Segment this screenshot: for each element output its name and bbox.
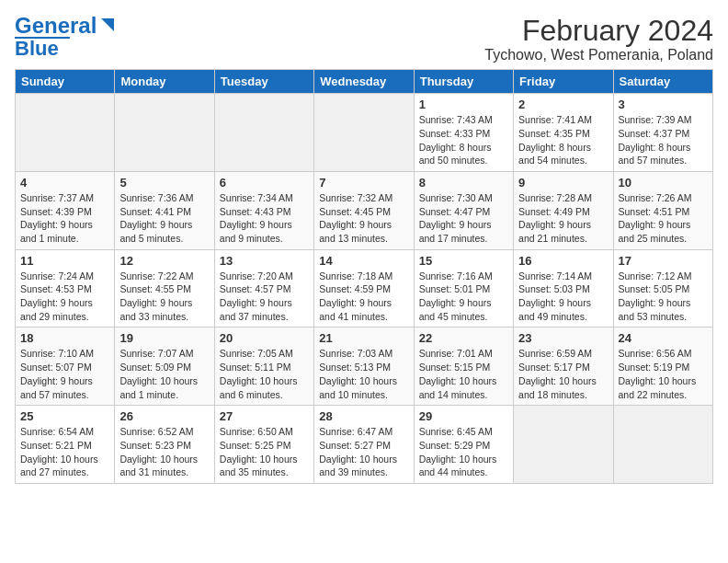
calendar-cell: 11Sunrise: 7:24 AM Sunset: 4:53 PM Dayli…: [16, 249, 115, 327]
day-number: 20: [220, 331, 309, 345]
calendar-subtitle: Tychowo, West Pomerania, Poland: [484, 47, 713, 63]
day-info: Sunrise: 7:12 AM Sunset: 5:05 PM Dayligh…: [619, 270, 708, 324]
day-info: Sunrise: 7:39 AM Sunset: 4:37 PM Dayligh…: [619, 113, 708, 167]
day-number: 5: [119, 176, 209, 190]
day-number: 6: [220, 176, 309, 190]
day-number: 16: [518, 254, 608, 268]
day-number: 9: [518, 176, 608, 190]
logo-block: General Blue: [15, 15, 118, 59]
calendar-cell: 16Sunrise: 7:14 AM Sunset: 5:03 PM Dayli…: [514, 249, 613, 327]
logo-triangle-icon: [97, 15, 118, 35]
day-number: 25: [20, 409, 109, 423]
calendar-cell: [16, 94, 115, 172]
calendar-week-row: 4Sunrise: 7:37 AM Sunset: 4:39 PM Daylig…: [16, 171, 713, 249]
calendar-cell: 29Sunrise: 6:45 AM Sunset: 5:29 PM Dayli…: [414, 406, 513, 484]
title-block: February 2024 Tychowo, West Pomerania, P…: [484, 15, 713, 63]
day-info: Sunrise: 7:30 AM Sunset: 4:47 PM Dayligh…: [419, 191, 508, 246]
calendar-cell: 19Sunrise: 7:07 AM Sunset: 5:09 PM Dayli…: [115, 327, 214, 406]
calendar-table: Sunday Monday Tuesday Wednesday Thursday…: [15, 69, 713, 484]
col-tuesday: Tuesday: [214, 70, 313, 94]
calendar-cell: [214, 94, 313, 172]
calendar-cell: 5Sunrise: 7:36 AM Sunset: 4:41 PM Daylig…: [115, 171, 214, 249]
calendar-cell: 26Sunrise: 6:52 AM Sunset: 5:23 PM Dayli…: [115, 406, 214, 484]
day-info: Sunrise: 6:56 AM Sunset: 5:19 PM Dayligh…: [619, 347, 708, 401]
calendar-cell: 6Sunrise: 7:34 AM Sunset: 4:43 PM Daylig…: [214, 171, 313, 249]
day-info: Sunrise: 7:05 AM Sunset: 5:11 PM Dayligh…: [220, 347, 309, 401]
day-info: Sunrise: 6:50 AM Sunset: 5:25 PM Dayligh…: [220, 425, 309, 479]
day-number: 27: [220, 409, 309, 423]
day-number: 26: [119, 409, 209, 423]
calendar-cell: [514, 406, 613, 484]
day-number: 14: [319, 254, 408, 268]
day-number: 11: [20, 254, 109, 268]
calendar-week-row: 18Sunrise: 7:10 AM Sunset: 5:07 PM Dayli…: [16, 327, 713, 406]
day-info: Sunrise: 7:26 AM Sunset: 4:51 PM Dayligh…: [619, 191, 708, 246]
day-number: 8: [419, 176, 508, 190]
day-info: Sunrise: 7:43 AM Sunset: 4:33 PM Dayligh…: [419, 113, 508, 167]
day-number: 18: [20, 331, 109, 345]
day-number: 21: [319, 331, 408, 345]
svg-marker-0: [101, 18, 114, 31]
col-thursday: Thursday: [414, 70, 513, 94]
calendar-week-row: 25Sunrise: 6:54 AM Sunset: 5:21 PM Dayli…: [16, 406, 713, 484]
day-info: Sunrise: 7:03 AM Sunset: 5:13 PM Dayligh…: [319, 347, 408, 401]
day-info: Sunrise: 7:20 AM Sunset: 4:57 PM Dayligh…: [220, 270, 309, 324]
logo-text: General: [15, 15, 97, 37]
day-info: Sunrise: 7:32 AM Sunset: 4:45 PM Dayligh…: [319, 191, 408, 246]
calendar-cell: 22Sunrise: 7:01 AM Sunset: 5:15 PM Dayli…: [414, 327, 513, 406]
day-info: Sunrise: 6:47 AM Sunset: 5:27 PM Dayligh…: [319, 425, 408, 479]
day-info: Sunrise: 7:34 AM Sunset: 4:43 PM Dayligh…: [220, 191, 309, 246]
day-info: Sunrise: 7:10 AM Sunset: 5:07 PM Dayligh…: [20, 347, 109, 401]
calendar-cell: 10Sunrise: 7:26 AM Sunset: 4:51 PM Dayli…: [613, 171, 712, 249]
day-number: 23: [518, 331, 608, 345]
day-number: 19: [119, 331, 209, 345]
header: General Blue February 2024 Tychowo, West…: [15, 15, 713, 63]
day-number: 28: [319, 409, 408, 423]
calendar-cell: 12Sunrise: 7:22 AM Sunset: 4:55 PM Dayli…: [115, 249, 214, 327]
calendar-cell: 8Sunrise: 7:30 AM Sunset: 4:47 PM Daylig…: [414, 171, 513, 249]
col-monday: Monday: [115, 70, 214, 94]
calendar-cell: 2Sunrise: 7:41 AM Sunset: 4:35 PM Daylig…: [514, 94, 613, 172]
day-info: Sunrise: 7:14 AM Sunset: 5:03 PM Dayligh…: [518, 270, 608, 324]
day-number: 4: [20, 176, 109, 190]
day-number: 3: [619, 98, 708, 111]
day-number: 15: [419, 254, 508, 268]
day-info: Sunrise: 7:37 AM Sunset: 4:39 PM Dayligh…: [20, 191, 109, 246]
day-number: 7: [319, 176, 408, 190]
calendar-header-row: Sunday Monday Tuesday Wednesday Thursday…: [16, 70, 713, 94]
calendar-cell: 20Sunrise: 7:05 AM Sunset: 5:11 PM Dayli…: [214, 327, 313, 406]
day-number: 12: [119, 254, 209, 268]
day-info: Sunrise: 6:52 AM Sunset: 5:23 PM Dayligh…: [119, 425, 209, 479]
day-info: Sunrise: 7:22 AM Sunset: 4:55 PM Dayligh…: [119, 270, 209, 324]
calendar-title: February 2024: [484, 15, 713, 47]
col-saturday: Saturday: [613, 70, 712, 94]
calendar-cell: 18Sunrise: 7:10 AM Sunset: 5:07 PM Dayli…: [16, 327, 115, 406]
col-sunday: Sunday: [16, 70, 115, 94]
calendar-week-row: 1Sunrise: 7:43 AM Sunset: 4:33 PM Daylig…: [16, 94, 713, 172]
calendar-cell: 9Sunrise: 7:28 AM Sunset: 4:49 PM Daylig…: [514, 171, 613, 249]
calendar-cell: 17Sunrise: 7:12 AM Sunset: 5:05 PM Dayli…: [613, 249, 712, 327]
day-info: Sunrise: 6:54 AM Sunset: 5:21 PM Dayligh…: [20, 425, 109, 479]
day-info: Sunrise: 7:36 AM Sunset: 4:41 PM Dayligh…: [119, 191, 209, 246]
calendar-cell: 21Sunrise: 7:03 AM Sunset: 5:13 PM Dayli…: [314, 327, 414, 406]
day-info: Sunrise: 7:41 AM Sunset: 4:35 PM Dayligh…: [518, 113, 608, 167]
calendar-cell: 13Sunrise: 7:20 AM Sunset: 4:57 PM Dayli…: [214, 249, 313, 327]
calendar-cell: 24Sunrise: 6:56 AM Sunset: 5:19 PM Dayli…: [613, 327, 712, 406]
day-info: Sunrise: 6:59 AM Sunset: 5:17 PM Dayligh…: [518, 347, 608, 401]
day-number: 29: [419, 409, 508, 423]
day-number: 2: [518, 98, 608, 111]
day-info: Sunrise: 7:01 AM Sunset: 5:15 PM Dayligh…: [419, 347, 508, 401]
day-info: Sunrise: 7:07 AM Sunset: 5:09 PM Dayligh…: [119, 347, 209, 401]
day-number: 10: [619, 176, 708, 190]
day-number: 1: [419, 98, 508, 111]
calendar-cell: 27Sunrise: 6:50 AM Sunset: 5:25 PM Dayli…: [214, 406, 313, 484]
logo-blue-text: Blue: [15, 39, 118, 59]
calendar-cell: [115, 94, 214, 172]
calendar-cell: 25Sunrise: 6:54 AM Sunset: 5:21 PM Dayli…: [16, 406, 115, 484]
day-info: Sunrise: 6:45 AM Sunset: 5:29 PM Dayligh…: [419, 425, 508, 479]
page: General Blue February 2024 Tychowo, West…: [0, 0, 728, 491]
calendar-cell: 14Sunrise: 7:18 AM Sunset: 4:59 PM Dayli…: [314, 249, 414, 327]
calendar-cell: 1Sunrise: 7:43 AM Sunset: 4:33 PM Daylig…: [414, 94, 513, 172]
calendar-cell: 4Sunrise: 7:37 AM Sunset: 4:39 PM Daylig…: [16, 171, 115, 249]
day-number: 22: [419, 331, 508, 345]
